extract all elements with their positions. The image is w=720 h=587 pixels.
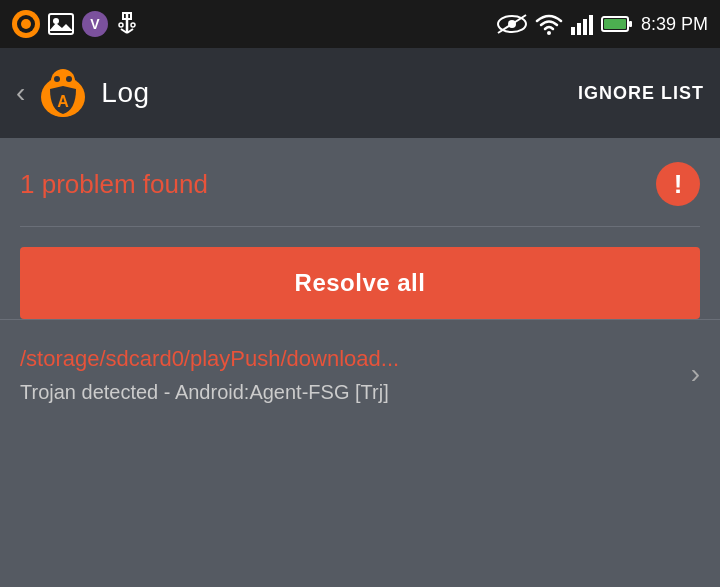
usb-icon <box>116 11 138 37</box>
threat-list-item[interactable]: /storage/sdcard0/playPush/download... Tr… <box>20 320 700 428</box>
app-bar: ‹ A Log IGNORE LIST <box>0 48 720 138</box>
threat-info: /storage/sdcard0/playPush/download... Tr… <box>20 344 679 404</box>
status-bar-left-icons: V <box>12 10 138 38</box>
main-content: 1 problem found ! Resolve all /storage/s… <box>0 138 720 428</box>
battery-icon <box>601 15 633 33</box>
status-bar: V <box>0 0 720 48</box>
eye-icon <box>497 14 527 34</box>
svg-text:V: V <box>90 16 100 32</box>
gallery-icon <box>48 13 74 35</box>
avast-status-icon <box>12 10 40 38</box>
svg-point-26 <box>54 76 60 82</box>
warning-icon: ! <box>656 162 700 206</box>
problem-count-text: 1 problem found <box>20 169 208 200</box>
app-title: Log <box>101 77 149 109</box>
threat-description: Trojan detected - Android:Agent-FSG [Trj… <box>20 381 679 404</box>
svg-rect-20 <box>589 15 593 35</box>
svg-rect-23 <box>629 21 632 27</box>
svg-rect-17 <box>571 27 575 35</box>
threat-path: /storage/sdcard0/playPush/download... <box>20 344 679 375</box>
problem-row: 1 problem found ! <box>20 162 700 206</box>
status-bar-right-icons: 8:39 PM <box>497 13 708 35</box>
ignore-list-button[interactable]: IGNORE LIST <box>578 83 704 104</box>
svg-rect-18 <box>577 23 581 35</box>
svg-point-12 <box>131 23 135 27</box>
svg-point-2 <box>21 19 31 29</box>
svg-rect-19 <box>583 19 587 35</box>
svg-rect-22 <box>604 19 626 29</box>
svg-point-16 <box>547 31 551 35</box>
svg-point-27 <box>66 76 72 82</box>
divider-top <box>20 226 700 227</box>
back-button[interactable]: ‹ <box>16 77 25 109</box>
wifi-icon <box>535 13 563 35</box>
svg-text:A: A <box>58 93 70 110</box>
viber-icon: V <box>82 11 108 37</box>
signal-icon <box>571 13 593 35</box>
chevron-right-icon: › <box>691 358 700 390</box>
status-time: 8:39 PM <box>641 14 708 35</box>
svg-point-11 <box>119 23 123 27</box>
resolve-all-button[interactable]: Resolve all <box>20 247 700 319</box>
avast-logo: A <box>37 67 89 119</box>
app-bar-left: ‹ A Log <box>16 67 150 119</box>
